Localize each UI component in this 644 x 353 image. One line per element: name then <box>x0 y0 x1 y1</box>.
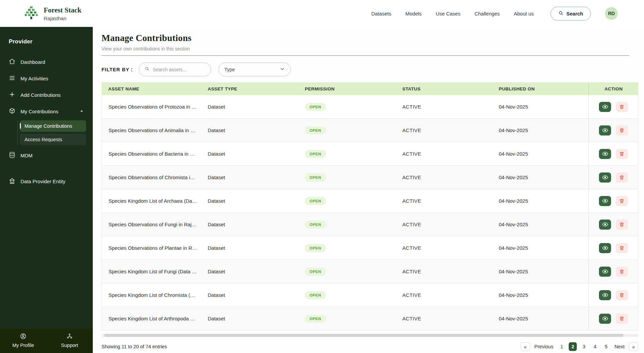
sidebar-item-label: MDM <box>21 153 33 158</box>
previous-page-button[interactable]: Previous <box>533 344 555 349</box>
sidebar-subitem-access-requests[interactable]: Access Requests <box>20 134 86 145</box>
building-icon <box>9 178 15 185</box>
delete-button[interactable] <box>616 243 628 253</box>
view-button[interactable] <box>599 102 611 112</box>
delete-button[interactable] <box>616 267 628 277</box>
filter-by-label: FILTER BY : <box>102 67 133 72</box>
type-select[interactable]: Type <box>218 63 291 76</box>
published-date: 04-Nov-2025 <box>492 222 589 227</box>
asset-type: Dataset <box>201 151 298 157</box>
view-button[interactable] <box>599 149 611 159</box>
nav-challenges[interactable]: Challenges <box>475 11 500 16</box>
asset-type: Dataset <box>201 127 298 133</box>
sidebar: Provider Dashboard My Activities <box>0 27 93 353</box>
contributions-table: ASSET NAME ASSET TYPE PERMISSION STATUS … <box>102 82 638 330</box>
search-assets-input[interactable] <box>139 63 211 76</box>
col-permission: PERMISSION <box>298 86 396 91</box>
asset-name: Species Kingdom List of Arthropoda … <box>102 316 201 321</box>
horizontal-scrollbar-thumb[interactable] <box>104 334 623 337</box>
status-text: ACTIVE <box>396 198 492 204</box>
delete-button[interactable] <box>616 149 628 159</box>
last-page-button[interactable]: » <box>629 342 638 351</box>
sidebar-item-add-contributions[interactable]: Add Contributions <box>0 87 93 103</box>
box-icon <box>9 108 15 115</box>
delete-button[interactable] <box>616 290 628 300</box>
asset-name: Species Observations of Animalia in … <box>102 127 201 133</box>
sidebar-footer: My Profile Support <box>0 328 93 353</box>
published-date: 04-Nov-2025 <box>492 127 589 133</box>
nav-models[interactable]: Models <box>405 11 421 16</box>
support-button[interactable]: Support <box>46 328 93 353</box>
sidebar-nav: Dashboard My Activities Add Contribution… <box>0 54 93 190</box>
sidebar-item-data-provider-entity[interactable]: Data Provider Entity <box>0 173 93 190</box>
published-date: 04-Nov-2025 <box>492 174 589 180</box>
table-row: Species Observations of Bacteria in … Da… <box>102 142 638 166</box>
view-button[interactable] <box>599 314 611 324</box>
status-text: ACTIVE <box>396 151 492 157</box>
delete-button[interactable] <box>616 220 628 230</box>
next-page-button[interactable]: Next <box>613 344 626 349</box>
chevron-down-icon <box>280 66 285 73</box>
table-row: Species Kingdom List of Chromista (… Dat… <box>102 283 638 307</box>
search-assets-field[interactable] <box>153 67 203 72</box>
delete-button[interactable] <box>616 125 628 135</box>
sidebar-item-dashboard[interactable]: Dashboard <box>0 54 93 70</box>
table-row: Species Observations of Chromista i… Dat… <box>102 166 638 189</box>
horizontal-scrollbar-track[interactable] <box>102 334 638 337</box>
sidebar-item-label: Data Provider Entity <box>21 179 65 184</box>
delete-button[interactable] <box>616 102 628 112</box>
nav-about-us[interactable]: About us <box>514 11 534 16</box>
view-button[interactable] <box>599 196 611 206</box>
sidebar-item-label: Dashboard <box>21 59 45 65</box>
sidebar-subitem-manage-contributions[interactable]: Manage Contributions <box>20 120 86 132</box>
page-number-2-active[interactable]: 2 <box>569 342 577 351</box>
delete-button[interactable] <box>616 196 628 206</box>
user-avatar[interactable]: RD <box>605 7 618 20</box>
page-number-3[interactable]: 3 <box>580 342 588 351</box>
col-action: ACTION <box>589 82 638 95</box>
permission-badge: OPEN <box>305 150 326 158</box>
sidebar-item-mdm[interactable]: MDM <box>0 147 93 164</box>
status-text: ACTIVE <box>396 245 492 251</box>
view-button[interactable] <box>599 172 611 183</box>
page-subtitle: View your own contributions in this sect… <box>102 46 638 51</box>
table-footer: Showing 11 to 20 of 74 entries « Previou… <box>102 342 638 351</box>
sidebar-item-my-activities[interactable]: My Activities <box>0 70 93 87</box>
my-profile-button[interactable]: My Profile <box>0 328 46 353</box>
view-button[interactable] <box>599 267 611 277</box>
nav-use-cases[interactable]: Use Cases <box>436 11 460 16</box>
sidebar-item-label: My Contributions <box>21 109 58 114</box>
brand[interactable]: Forest Stack Rajasthan <box>24 5 81 22</box>
table-row: Species Kingdom List of Archaea (Da… Dat… <box>102 189 638 213</box>
asset-type: Dataset <box>201 269 298 274</box>
table-row: Species Observations of Plantae in R… Da… <box>102 236 638 260</box>
main-content: Manage Contributions View your own contr… <box>93 27 644 353</box>
title-divider <box>102 55 629 56</box>
permission-badge: OPEN <box>305 103 326 111</box>
status-text: ACTIVE <box>396 174 492 180</box>
view-button[interactable] <box>599 243 611 253</box>
page-number-4[interactable]: 4 <box>591 342 599 351</box>
table-row: Species Kingdom List of Arthropoda … Dat… <box>102 307 638 330</box>
search-button[interactable]: Search <box>551 7 591 21</box>
type-select-label: Type <box>224 67 235 72</box>
delete-button[interactable] <box>616 172 628 183</box>
permission-badge: OPEN <box>305 126 326 134</box>
page-number-1[interactable]: 1 <box>558 342 566 351</box>
chevron-up-icon[interactable] <box>79 109 84 114</box>
top-bar: Forest Stack Rajasthan Datasets Models U… <box>0 0 644 27</box>
delete-button[interactable] <box>616 314 628 324</box>
first-page-button[interactable]: « <box>521 342 530 351</box>
col-asset-type: ASSET TYPE <box>201 86 298 91</box>
view-button[interactable] <box>599 125 611 135</box>
nav-datasets[interactable]: Datasets <box>371 11 391 16</box>
permission-badge: OPEN <box>305 244 326 252</box>
sidebar-item-my-contributions[interactable]: My Contributions <box>0 103 93 120</box>
view-button[interactable] <box>599 290 611 300</box>
asset-type: Dataset <box>201 198 298 204</box>
page-number-5[interactable]: 5 <box>602 342 610 351</box>
permission-badge: OPEN <box>305 315 326 323</box>
published-date: 04-Nov-2025 <box>492 245 589 251</box>
view-button[interactable] <box>599 220 611 230</box>
asset-name: Species Kingdom List of Chromista (… <box>102 292 201 298</box>
